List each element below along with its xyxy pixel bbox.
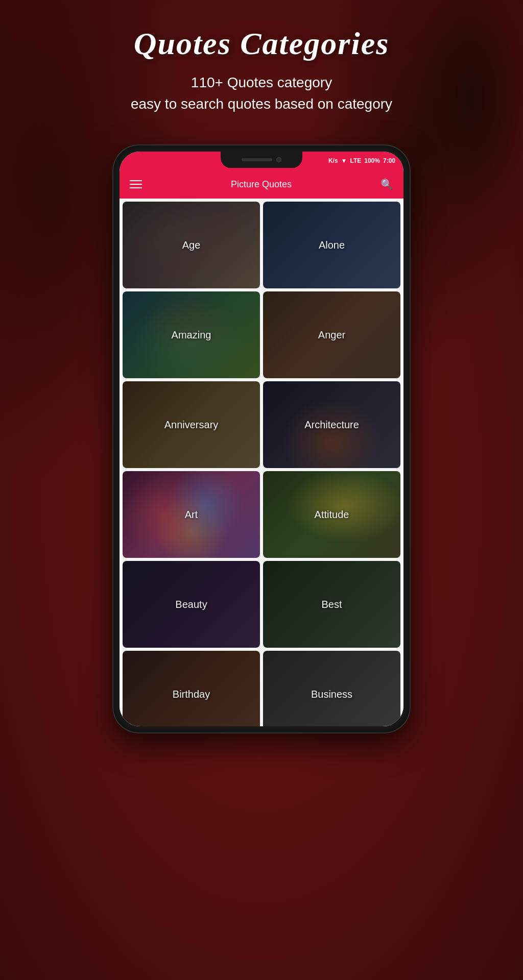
category-label-alone: Alone xyxy=(319,239,345,251)
page-subtitle-section: 110+ Quotes category easy to search quot… xyxy=(0,62,523,115)
speaker xyxy=(242,158,272,161)
status-bar: K/s ▼ LTE 100% 7:00 xyxy=(120,152,403,170)
category-item-attitude[interactable]: Attitude xyxy=(263,471,400,558)
hamburger-line-1 xyxy=(130,180,142,181)
page-subtitle-line1: 110+ Quotes category xyxy=(31,72,492,93)
app-bar-title: Picture Quotes xyxy=(231,179,292,190)
category-item-architecture[interactable]: Architecture xyxy=(263,381,400,468)
menu-button[interactable] xyxy=(130,180,142,188)
category-label-architecture: Architecture xyxy=(304,419,359,431)
category-label-anniversary: Anniversary xyxy=(164,419,219,431)
battery-level: 100% xyxy=(364,157,380,164)
category-item-beauty[interactable]: Beauty xyxy=(123,561,260,648)
category-item-best[interactable]: Best xyxy=(263,561,400,648)
category-label-attitude: Attitude xyxy=(315,509,349,521)
category-label-best: Best xyxy=(321,599,342,610)
page-title-section: Quotes Categories xyxy=(0,0,523,62)
categories-grid: AgeAloneAmazingAngerAnniversaryArchitect… xyxy=(120,199,403,726)
category-label-birthday: Birthday xyxy=(173,689,210,700)
phone-screen: K/s ▼ LTE 100% 7:00 Picture Quotes 🔍 xyxy=(120,152,403,726)
category-label-beauty: Beauty xyxy=(175,599,207,610)
wifi-icon: ▼ xyxy=(341,157,347,164)
category-label-age: Age xyxy=(182,239,201,251)
lte-icon: LTE xyxy=(350,157,361,164)
hamburger-line-2 xyxy=(130,184,142,185)
signal-speed: K/s xyxy=(328,157,338,164)
notch xyxy=(221,152,302,168)
category-item-business[interactable]: Business xyxy=(263,651,400,726)
status-text: K/s ▼ LTE 100% 7:00 xyxy=(328,157,395,164)
hamburger-line-3 xyxy=(130,187,142,188)
category-item-art[interactable]: Art xyxy=(123,471,260,558)
category-item-alone[interactable]: Alone xyxy=(263,202,400,288)
time-display: 7:00 xyxy=(383,157,395,164)
search-button[interactable]: 🔍 xyxy=(381,178,393,190)
category-item-birthday[interactable]: Birthday xyxy=(123,651,260,726)
category-item-age[interactable]: Age xyxy=(123,202,260,288)
category-item-anger[interactable]: Anger xyxy=(263,291,400,378)
category-label-amazing: Amazing xyxy=(172,329,211,341)
phone-frame: K/s ▼ LTE 100% 7:00 Picture Quotes 🔍 xyxy=(113,145,410,732)
category-item-amazing[interactable]: Amazing xyxy=(123,291,260,378)
page-title: Quotes Categories xyxy=(0,26,523,62)
camera xyxy=(276,157,281,162)
page-subtitle-line2: easy to search quotes based on category xyxy=(31,93,492,115)
app-bar: Picture Quotes 🔍 xyxy=(120,170,403,199)
category-item-anniversary[interactable]: Anniversary xyxy=(123,381,260,468)
category-label-anger: Anger xyxy=(318,329,345,341)
category-label-art: Art xyxy=(185,509,198,521)
phone-container: K/s ▼ LTE 100% 7:00 Picture Quotes 🔍 xyxy=(0,145,523,732)
category-label-business: Business xyxy=(311,689,352,700)
